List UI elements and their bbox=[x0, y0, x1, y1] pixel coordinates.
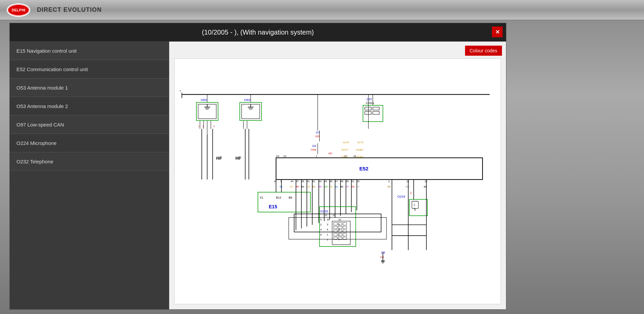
sidebar-item-o53-2[interactable]: O53 Antenna module 2 bbox=[10, 97, 169, 115]
svg-text:47: 47 bbox=[335, 180, 338, 183]
svg-text:X1: X1 bbox=[260, 196, 264, 199]
svg-text:T409: T409 bbox=[311, 148, 316, 151]
svg-text:12: 12 bbox=[332, 214, 335, 217]
svg-text:OGVT: OGVT bbox=[341, 148, 349, 151]
svg-text:1: 1 bbox=[198, 125, 199, 127]
svg-text:1: 1 bbox=[316, 155, 317, 158]
svg-text:CAN-L: CAN-L bbox=[366, 101, 375, 105]
svg-text:VT: VT bbox=[346, 186, 349, 188]
svg-text:WH: WH bbox=[406, 186, 409, 188]
svg-text:RD: RD bbox=[296, 186, 299, 188]
svg-text:18: 18 bbox=[353, 155, 356, 158]
svg-text:8: 8 bbox=[274, 180, 276, 183]
svg-text:BK: BK bbox=[340, 186, 343, 188]
sidebar-item-e52[interactable]: E52 Communication control unit bbox=[10, 60, 169, 78]
svg-text:BN: BN bbox=[312, 186, 315, 188]
svg-text:2: 2 bbox=[388, 180, 390, 183]
svg-text:O4: O4 bbox=[312, 144, 316, 148]
svg-text:39: 39 bbox=[302, 180, 304, 183]
svg-text:10: 10 bbox=[327, 218, 329, 221]
sidebar: E15 Navigation control unit E52 Communic… bbox=[10, 42, 169, 309]
svg-text:46: 46 bbox=[330, 180, 332, 183]
svg-text:O224: O224 bbox=[398, 195, 406, 198]
svg-text:12: 12 bbox=[424, 180, 427, 183]
modal-overlay: (10/2005 - ), (With navigation system) ✕… bbox=[9, 23, 506, 310]
svg-text:X2: X2 bbox=[283, 155, 286, 158]
svg-text:4: 4 bbox=[320, 228, 322, 231]
close-button[interactable]: ✕ bbox=[492, 27, 503, 37]
svg-text:O53: O53 bbox=[244, 98, 250, 102]
svg-text:12: 12 bbox=[338, 218, 341, 221]
svg-text:A179: A179 bbox=[358, 141, 364, 144]
svg-text:BK: BK bbox=[302, 186, 305, 188]
svg-text:3: 3 bbox=[338, 223, 340, 226]
svg-text:41: 41 bbox=[307, 180, 310, 183]
svg-text:2: 2 bbox=[320, 223, 322, 226]
svg-text:45: 45 bbox=[324, 180, 327, 183]
svg-text:RD: RD bbox=[351, 186, 355, 188]
svg-text:O97: O97 bbox=[367, 98, 372, 101]
wiring-diagram: * O53 1 2 3 bbox=[175, 59, 501, 304]
svg-text:HF: HF bbox=[216, 156, 222, 161]
svg-text:44: 44 bbox=[290, 180, 293, 183]
svg-text:11: 11 bbox=[406, 180, 409, 183]
svg-text:43: 43 bbox=[319, 180, 321, 183]
sidebar-item-o232[interactable]: O232 Telephone bbox=[10, 152, 169, 171]
diagram-area: Colour codes * O53 bbox=[169, 42, 506, 309]
svg-text:GN: GN bbox=[324, 186, 328, 188]
svg-text:52: 52 bbox=[357, 180, 360, 183]
svg-text:9: 9 bbox=[327, 228, 328, 231]
svg-text:O7: O7 bbox=[316, 131, 320, 134]
svg-text:2: 2 bbox=[410, 191, 412, 195]
svg-text:BN: BN bbox=[387, 186, 390, 188]
svg-text:11: 11 bbox=[325, 214, 327, 217]
svg-text:YE: YE bbox=[330, 186, 333, 188]
svg-text:7: 7 bbox=[338, 238, 340, 241]
sidebar-item-e15[interactable]: E15 Navigation control unit bbox=[10, 42, 169, 60]
svg-text:A178: A178 bbox=[343, 141, 349, 144]
svg-text:E52: E52 bbox=[359, 166, 368, 171]
header-bar: DELPHI DIRECT EVOLUTION bbox=[0, 0, 644, 20]
colour-codes-button[interactable]: Colour codes bbox=[465, 46, 502, 56]
svg-text:50: 50 bbox=[346, 180, 349, 183]
svg-text:3: 3 bbox=[327, 223, 328, 226]
svg-text:S55: S55 bbox=[315, 135, 320, 138]
svg-text:51: 51 bbox=[351, 180, 354, 183]
diagram-container: * O53 1 2 3 bbox=[174, 58, 501, 304]
svg-text:1: 1 bbox=[327, 233, 328, 236]
svg-text:BU: BU bbox=[335, 186, 338, 188]
modal-content: E15 Navigation control unit E52 Communic… bbox=[10, 42, 506, 309]
svg-text:O53: O53 bbox=[201, 98, 207, 102]
svg-text:3: 3 bbox=[213, 125, 215, 127]
svg-text:E15: E15 bbox=[269, 204, 277, 209]
svg-text:HF: HF bbox=[235, 156, 241, 161]
svg-text:O232: O232 bbox=[320, 209, 328, 213]
svg-text:x: x bbox=[327, 238, 328, 241]
svg-text:B6: B6 bbox=[289, 196, 292, 199]
svg-text:YE: YE bbox=[290, 186, 293, 188]
svg-text:OG: OG bbox=[307, 186, 310, 188]
svg-text:1: 1 bbox=[338, 233, 340, 236]
svg-text:17: 17 bbox=[344, 155, 347, 158]
modal-titlebar: (10/2005 - ), (With navigation system) ✕ bbox=[10, 23, 506, 42]
sidebar-item-o97[interactable]: O97 Low-speed CAN bbox=[10, 115, 169, 134]
app-title: DIRECT EVOLUTION bbox=[37, 6, 102, 13]
svg-text:GY: GY bbox=[357, 186, 360, 188]
delphi-logo: DELPHI bbox=[7, 3, 30, 17]
svg-text:OGBN: OGBN bbox=[356, 148, 363, 151]
svg-text:5: 5 bbox=[320, 218, 322, 221]
modal-title: (10/2005 - ), (With navigation system) bbox=[202, 29, 314, 36]
svg-text:37: 37 bbox=[296, 180, 298, 183]
svg-text:42: 42 bbox=[312, 180, 315, 183]
svg-text:X3: X3 bbox=[276, 155, 279, 158]
svg-text:B12: B12 bbox=[276, 196, 281, 199]
sidebar-item-o53-1[interactable]: O53 Antenna module 1 bbox=[10, 78, 169, 97]
svg-text:49: 49 bbox=[340, 180, 343, 183]
svg-text:610: 610 bbox=[380, 256, 384, 258]
sidebar-item-o224[interactable]: O224 Microphone bbox=[10, 134, 169, 152]
svg-text:2: 2 bbox=[202, 125, 204, 127]
svg-text:*: * bbox=[180, 89, 181, 93]
svg-text:2: 2 bbox=[414, 203, 415, 206]
svg-text:RD: RD bbox=[329, 152, 332, 155]
svg-text:6: 6 bbox=[320, 233, 322, 236]
